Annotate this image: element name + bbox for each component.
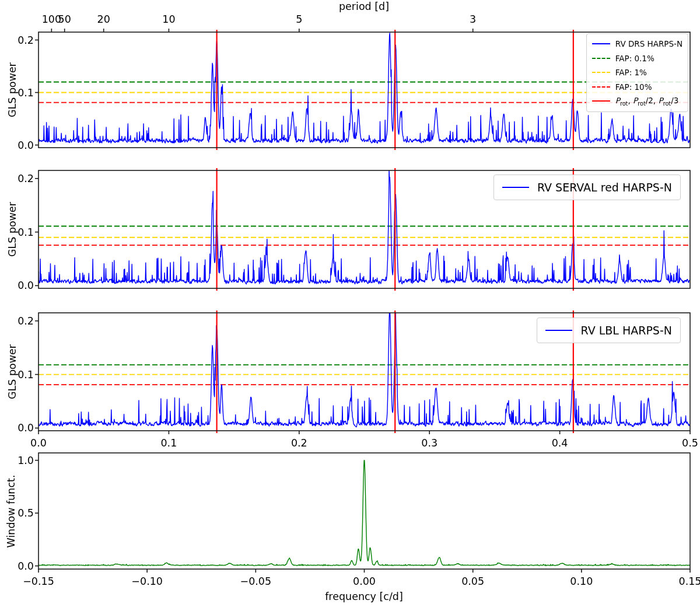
gls-periodogram-figure: period [d] GLS power GLS power GLS power… — [0, 0, 700, 607]
periodogram-canvas — [0, 0, 700, 607]
